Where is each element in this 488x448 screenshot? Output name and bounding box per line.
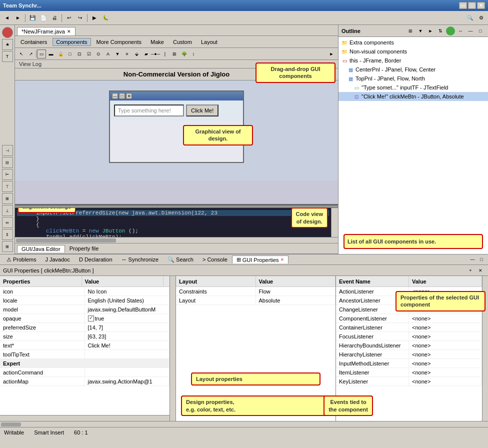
toolbar-redo-button[interactable]: ↪ [75,13,85,23]
tab-gui-props-close-icon[interactable]: ✕ [280,258,284,262]
event-row-ancestorlistener[interactable]: AncestorListener <none> [336,296,482,305]
prop-row-preferredsize[interactable]: preferredSize [14, 7] [0,323,170,332]
toolbar-back-button[interactable]: ◄ [2,13,12,23]
toolbar-run-button[interactable]: ▶ [90,13,100,23]
event-row-hierarchylistener[interactable]: HierarchyListener <none> [336,350,482,359]
align-middle-button[interactable]: ⊞ [2,193,13,204]
prop-row-locale[interactable]: locale English (United States) [0,296,170,305]
prop-row-opaque[interactable]: opaque true [0,314,170,323]
textfield-widget[interactable]: Type something here! [114,104,184,116]
tab-synchronize[interactable]: ↔ Synchronize [117,256,164,264]
scroll-button[interactable]: ↕ [189,50,198,58]
file-tab-newjframe[interactable]: *NewJFrame.java ✕ [17,27,76,36]
pointer-tool-button[interactable]: ↗ [26,50,36,58]
file-tab-close-icon[interactable]: ✕ [67,29,71,34]
align-left-button[interactable]: ⊣ [2,145,13,156]
toolbar-new-button[interactable]: 📄 [38,13,48,23]
comp-tab-components[interactable]: Components [52,38,90,46]
list-button[interactable]: ≡ [122,50,132,58]
prop-row-size[interactable]: size [63, 23] [0,332,170,341]
tree-item-toppnl[interactable]: ▦ TopPnl - JPanel, Flow, North [338,74,488,83]
toolbar-search-button[interactable]: 🔍 [465,13,475,23]
comp-tab-layout[interactable]: Layout [198,38,221,46]
props-maximize-button[interactable]: □ [477,255,486,264]
tree-button[interactable]: 🌳 [180,50,188,58]
outline-minimize-button[interactable]: — [466,26,475,36]
checkbox-button[interactable]: ☑ [84,50,94,58]
maximize-button[interactable]: □ [468,2,476,9]
outline-sync-button[interactable]: ↔ [456,26,465,36]
tab-property-file[interactable]: Property file [65,244,104,252]
textarea-button[interactable]: ▬ [46,50,56,58]
select-tool-button[interactable]: ↖ [17,50,26,58]
button-comp-button[interactable]: □ [66,50,74,58]
layout-row-constraints[interactable]: Constraints Flow [176,287,336,296]
task-button[interactable]: T [2,51,13,62]
tab-search[interactable]: 🔍 Search [163,256,198,264]
layout-row-layout[interactable]: Layout Absolute [176,296,336,305]
combo-button[interactable]: ▼ [113,50,122,58]
button-widget[interactable]: Click Me! [186,104,218,116]
tree-item-inputtf[interactable]: ▭ "Type somet..." inputTF - JTextField [338,83,488,92]
toolbar-debug-button[interactable]: 🐛 [100,13,110,23]
prop-row-model[interactable]: model javax.swing.DefaultButtonM [0,305,170,314]
code-content[interactable]: inputTF.setPreferredSize(new java.awt.Di… [15,208,331,237]
align-right-button[interactable]: ⊢ [2,169,13,180]
tree-item-clickmebtn[interactable]: ⊡ "Click Me!" clickMeBtn - JButton, Abso… [338,92,488,101]
design-props-scrollbar-v[interactable] [170,276,176,421]
event-row-hierarchyboundslistener[interactable]: HierarchyBoundsListener <none> [336,341,482,350]
bookmark-button[interactable]: ★ [2,39,13,50]
separator-comp-button[interactable]: | [160,50,170,58]
distribute-h-button[interactable]: ⇔ [2,217,13,228]
password-button[interactable]: 🔒 [56,50,65,58]
toolbar-settings-button[interactable]: ⚙ [476,13,486,23]
prop-row-text[interactable]: text* Click Me! [0,341,170,350]
event-row-focuslistener[interactable]: FocusListener <none> [336,332,482,341]
tree-item-centerpnl[interactable]: ▦ CenterPnl - JPanel, Flow, Center [338,65,488,74]
toolbar-forward-button[interactable]: ► [13,13,23,23]
event-row-itemlistener[interactable]: ItemListener <none> [336,368,482,377]
prop-row-actioncommand[interactable]: actionCommand [0,368,170,377]
comp-tab-more-components[interactable]: More Components [93,38,146,46]
tab-declaration[interactable]: D Declaration [74,256,117,264]
align-center-button[interactable]: ⊟ [2,157,13,168]
props-delete-button[interactable]: ✕ [476,266,485,275]
tree-item-extra-components[interactable]: 📁 Extra components [338,38,488,47]
event-row-changelistener[interactable]: ChangeListener <none> [336,305,482,314]
props-add-button[interactable]: + [466,266,475,275]
distribute-v-button[interactable]: ⇕ [2,229,13,240]
progress-button[interactable]: ▰ [142,50,150,58]
breakpoint-button[interactable] [2,27,13,38]
comp-tab-containers[interactable]: Containers [17,38,50,46]
design-props-scrollbar-h[interactable] [0,415,170,421]
align-bottom-button[interactable]: ⊥ [2,205,13,216]
event-row-actionlistener[interactable]: ActionListener <none> [336,287,482,296]
label-button[interactable]: A [104,50,112,58]
scroll-right-button[interactable]: ► [327,50,336,58]
slider-button[interactable]: ─●─ [151,50,160,58]
tree-item-jframe[interactable]: ▭ this - JFrame, Border [338,56,488,65]
toolbar-print-button[interactable]: 🖨 [50,13,60,23]
outline-sort-button[interactable]: ⇅ [436,26,445,36]
outline-expand-button[interactable]: ► [426,26,435,36]
textfield-button[interactable]: ▭ [37,50,46,58]
minimize-button[interactable]: — [459,2,467,9]
radio-button[interactable]: ⊙ [94,50,103,58]
event-row-inputmethodlistener[interactable]: InputMethodListener <none> [336,359,482,368]
prop-row-icon[interactable]: icon No Icon [0,287,170,296]
tab-javadoc[interactable]: J Javadoc [40,256,74,264]
toolbar-save-button[interactable]: 💾 [28,13,38,23]
table-button[interactable]: ⊞ [170,50,179,58]
outline-collapse-button[interactable]: ▼ [416,26,425,36]
align-top-button[interactable]: ⊤ [2,181,13,192]
tree-item-nonvisual[interactable]: 📁 Non-visual components [338,47,488,56]
props-minimize-button[interactable]: — [468,255,477,264]
prop-row-tooltip[interactable]: toolTipText [0,350,170,359]
toggle-button[interactable]: ⊡ [75,50,84,58]
tab-console[interactable]: > Console [198,256,232,264]
outline-maximize-button[interactable]: □ [476,26,485,36]
props-scrollbar-h-bar[interactable] [0,421,488,427]
tab-gui-java-editor[interactable]: GUI/Java Editor [17,245,65,252]
outline-view-button[interactable]: ⊞ [406,26,415,36]
comp-tab-custom[interactable]: Custom [170,38,196,46]
